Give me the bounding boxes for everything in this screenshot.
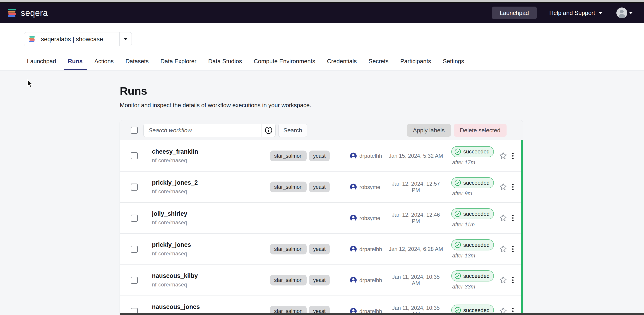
row-checkbox[interactable] xyxy=(131,246,138,253)
delete-selected-button[interactable]: Delete selected xyxy=(454,124,506,137)
row-checkbox[interactable] xyxy=(131,277,138,284)
status-label: succeeded xyxy=(463,211,490,217)
run-name[interactable]: jolly_shirley xyxy=(152,210,187,217)
apply-labels-button[interactable]: Apply labels xyxy=(407,124,451,137)
screen-bottom-edge xyxy=(120,313,644,315)
workspace-dropdown-toggle[interactable] xyxy=(119,33,132,46)
tab-runs[interactable]: Runs xyxy=(64,58,87,70)
tab-secrets[interactable]: Secrets xyxy=(364,58,393,70)
run-labels: star_salmonyeast xyxy=(246,150,330,161)
select-all-checkbox[interactable] xyxy=(131,127,138,134)
search-button[interactable]: Search xyxy=(278,124,307,137)
run-name[interactable]: prickly_jones_2 xyxy=(152,179,198,186)
run-duration: after 33m xyxy=(452,283,475,290)
top-navbar: seqera Launchpad Help and Support xyxy=(0,3,644,23)
help-and-support-menu[interactable]: Help and Support xyxy=(549,10,602,17)
status-label: succeeded xyxy=(463,273,490,279)
info-icon xyxy=(264,126,273,134)
status-badge: succeeded xyxy=(451,146,494,157)
run-name-cell: nauseous_kilby nf-core/rnaseq xyxy=(152,272,198,288)
kebab-menu-icon[interactable] xyxy=(511,213,515,222)
tab-launchpad[interactable]: Launchpad xyxy=(23,58,60,70)
run-name[interactable]: prickly_jones xyxy=(152,241,191,248)
mouse-cursor xyxy=(25,79,35,88)
app-window: seqera Launchpad Help and Support xyxy=(0,0,644,315)
workspace-header: seqeralabs | showcase LaunchpadRunsActio… xyxy=(0,23,644,71)
run-pipeline: nf-core/rnaseq xyxy=(152,188,198,195)
search-info-zone[interactable] xyxy=(262,124,275,137)
check-circle-icon xyxy=(454,210,461,217)
brand-logo[interactable]: seqera xyxy=(7,8,48,18)
check-circle-icon xyxy=(454,241,461,248)
check-circle-icon xyxy=(454,179,461,186)
run-date: Jan 15, 2024, 5:32 AM xyxy=(388,153,444,159)
kebab-menu-icon[interactable] xyxy=(511,182,515,191)
run-labels: star_salmonyeast xyxy=(246,275,330,285)
check-circle-icon xyxy=(454,272,461,279)
run-name-cell: prickly_jones_2 nf-core/rnaseq xyxy=(152,179,198,195)
page-subtitle: Monitor and inspect the details of workf… xyxy=(120,102,311,109)
star-icon[interactable] xyxy=(498,244,508,254)
run-duration: after 13m xyxy=(452,252,475,259)
green-scroll-indicator[interactable] xyxy=(521,140,523,315)
star-icon[interactable] xyxy=(498,275,508,285)
run-user-cell: robsyme xyxy=(350,215,380,222)
launchpad-button[interactable]: Launchpad xyxy=(492,7,537,19)
run-user-cell: drpatelhh xyxy=(350,277,382,284)
star-icon[interactable] xyxy=(498,151,508,161)
kebab-menu-icon[interactable] xyxy=(511,151,515,160)
run-name[interactable]: cheesy_franklin xyxy=(152,148,198,155)
run-date: Jan 12, 2024, 12:57 PM xyxy=(388,181,444,193)
label-pill: yeast xyxy=(309,182,330,192)
star-icon[interactable] xyxy=(498,182,508,192)
run-status-cell: succeeded after 9m xyxy=(451,177,494,197)
avatar xyxy=(616,8,627,18)
status-badge: succeeded xyxy=(451,239,494,250)
label-pill: star_salmon xyxy=(270,182,306,192)
run-labels: star_salmonyeast xyxy=(246,244,330,254)
status-badge: succeeded xyxy=(451,177,494,188)
run-user: drpatelhh xyxy=(359,153,382,159)
tab-settings[interactable]: Settings xyxy=(438,58,468,70)
tab-compute-environments[interactable]: Compute Environments xyxy=(249,58,320,70)
status-badge: succeeded xyxy=(451,208,494,219)
table-row: prickly_jones_2 nf-core/rnaseq star_salm… xyxy=(120,171,523,202)
user-menu[interactable] xyxy=(616,8,633,18)
run-user: robsyme xyxy=(359,184,380,190)
status-badge: succeeded xyxy=(451,270,494,281)
tab-datasets[interactable]: Datasets xyxy=(121,58,153,70)
run-name[interactable]: nauseous_kilby xyxy=(152,272,198,279)
search-input[interactable] xyxy=(144,124,261,137)
run-user-cell: drpatelhh xyxy=(350,152,382,159)
run-duration: after 11m xyxy=(452,221,475,228)
workspace-selector[interactable]: seqeralabs | showcase xyxy=(24,32,132,46)
label-pill: yeast xyxy=(309,244,330,254)
kebab-menu-icon[interactable] xyxy=(511,244,515,254)
row-checkbox[interactable] xyxy=(131,215,138,222)
run-pipeline: nf-core/rnaseq xyxy=(152,250,191,257)
run-name[interactable]: nauseous_jones xyxy=(152,303,200,310)
run-duration: after 9m xyxy=(452,190,472,197)
run-user: drpatelhh xyxy=(359,246,382,252)
runs-table-card: Search Apply labels Delete selected chee… xyxy=(120,120,523,315)
run-pipeline: nf-core/rnaseq xyxy=(152,219,187,226)
tab-data-studios[interactable]: Data Studios xyxy=(204,58,246,70)
row-checkbox[interactable] xyxy=(131,184,138,191)
tab-participants[interactable]: Participants xyxy=(396,58,436,70)
help-and-support-label: Help and Support xyxy=(549,10,595,17)
chevron-down-icon xyxy=(629,12,633,14)
tab-actions[interactable]: Actions xyxy=(90,58,118,70)
table-row: jolly_shirley nf-core/rnaseq robsyme Jan… xyxy=(120,202,523,233)
row-checkbox[interactable] xyxy=(131,152,138,159)
label-pill: yeast xyxy=(309,275,330,285)
workspace-name: seqeralabs | showcase xyxy=(41,36,119,43)
tab-credentials[interactable]: Credentials xyxy=(323,58,361,70)
tab-data-explorer[interactable]: Data Explorer xyxy=(156,58,201,70)
table-row: nauseous_jones nf-core/rnaseq star_salmo… xyxy=(120,295,523,315)
star-icon[interactable] xyxy=(498,213,508,223)
table-row: nauseous_kilby nf-core/rnaseq star_salmo… xyxy=(120,264,523,295)
run-labels: star_salmonyeast xyxy=(246,182,330,192)
kebab-menu-icon[interactable] xyxy=(511,275,515,285)
chevron-down-icon xyxy=(598,12,602,14)
user-icon xyxy=(350,246,357,253)
